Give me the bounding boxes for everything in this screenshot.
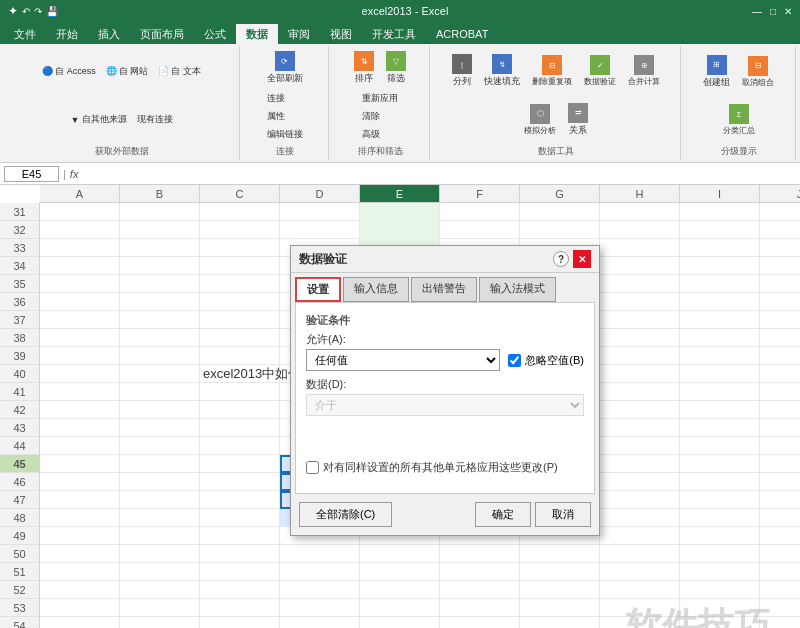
tab-review[interactable]: 审阅 (278, 24, 320, 44)
ribbon-group-outline: ⊞ 创建组 ⊟ 取消组合 Σ 分类汇总 分级显示 (683, 46, 796, 160)
ribbon-group-sort: ⇅ 排序 ▽ 筛选 重新应用 清除 高级 排序和筛选 (331, 46, 431, 160)
connect-label: 连接 (276, 143, 294, 158)
remove-dup-icon: ⊟ (542, 55, 562, 75)
btn-merge-calc[interactable]: ⊕ 合并计算 (623, 52, 665, 90)
btn-connect[interactable]: 连接 (263, 90, 307, 107)
excel-logo-icon: ✦ (8, 4, 18, 18)
btn-relation[interactable]: ⇌ 关系 (563, 100, 593, 140)
data-tools-label: 数据工具 (538, 143, 574, 158)
ok-btn[interactable]: 确定 (475, 502, 531, 527)
btn-remove-dup[interactable]: ⊟ 删除重复项 (527, 52, 577, 90)
simulate-icon: ⬡ (530, 104, 550, 124)
create-group-icon: ⊞ (707, 55, 727, 75)
btn-edit-links[interactable]: 编辑链接 (263, 126, 307, 143)
relation-icon: ⇌ (568, 103, 588, 123)
btn-split[interactable]: | 分列 (447, 51, 477, 91)
title-bar-left: ✦ ↶ ↷ 💾 (8, 4, 58, 18)
btn-from-access[interactable]: 🔵自 Access (38, 63, 100, 80)
quick-access-save[interactable]: 💾 (46, 6, 58, 17)
sort-buttons: ⇅ 排序 ▽ 筛选 重新应用 清除 高级 (337, 48, 424, 143)
btn-from-web[interactable]: 🌐自 网站 (102, 63, 153, 80)
btn-from-other[interactable]: ▼自其他来源 (67, 111, 131, 128)
btn-existing-conn[interactable]: 现有连接 (133, 111, 177, 128)
allow-select[interactable]: 任何值 (306, 349, 500, 371)
btn-create-group[interactable]: ⊞ 创建组 (698, 52, 735, 92)
tab-acrobat[interactable]: ACROBAT (426, 24, 498, 44)
tab-layout[interactable]: 页面布局 (130, 24, 194, 44)
tab-developer[interactable]: 开发工具 (362, 24, 426, 44)
dialog-data-row: 数据(D): 介于 (306, 377, 584, 416)
external-data-buttons: 🔵自 Access 🌐自 网站 📄自 文本 ▼自其他来源 现有连接 (10, 48, 233, 143)
tab-formula[interactable]: 公式 (194, 24, 236, 44)
external-data-label: 获取外部数据 (95, 143, 149, 158)
tab-start[interactable]: 开始 (46, 24, 88, 44)
cell-reference-input[interactable]: E45 (4, 166, 59, 182)
cancel-btn[interactable]: 取消 (535, 502, 591, 527)
btn-props[interactable]: 属性 (263, 108, 307, 125)
tab-view[interactable]: 视图 (320, 24, 362, 44)
validate-icon: ✓ (590, 55, 610, 75)
btn-reapply[interactable]: 重新应用 (358, 90, 402, 107)
btn-sort[interactable]: ⇅ 排序 (349, 48, 379, 88)
window-controls[interactable]: — □ ✕ (752, 6, 792, 17)
maximize-btn[interactable]: □ (770, 6, 776, 17)
refresh-all-icon: ⟳ (275, 51, 295, 71)
dialog-overlay: 数据验证 ? ✕ 设置 输入信息 出错警告 输入法模式 验证条件 允许(A): (0, 185, 800, 628)
btn-subtotal[interactable]: Σ 分类汇总 (718, 101, 760, 139)
dialog-spacer (306, 422, 584, 452)
dialog-tabs: 设置 输入信息 出错警告 输入法模式 (291, 273, 599, 302)
ribbon-group-data-tools: | 分列 ↯ 快速填充 ⊟ 删除重复项 ✓ 数据验证 ⊕ 合并计算 ⬡ 模拟分析 (432, 46, 681, 160)
sort-label: 排序和筛选 (358, 143, 403, 158)
btn-ungroup[interactable]: ⊟ 取消组合 (737, 53, 779, 91)
ribbon-content: 🔵自 Access 🌐自 网站 📄自 文本 ▼自其他来源 现有连接 获取外部数据… (0, 44, 800, 163)
ribbon-tabs: 文件 开始 插入 页面布局 公式 数据 审阅 视图 开发工具 ACROBAT (0, 22, 800, 44)
merge-calc-icon: ⊕ (634, 55, 654, 75)
btn-refresh-all[interactable]: ⟳ 全部刷新 (262, 48, 308, 88)
connect-buttons: ⟳ 全部刷新 连接 属性 编辑链接 (248, 48, 322, 143)
filter-icon: ▽ (386, 51, 406, 71)
dialog-tab-error-alert[interactable]: 出错警告 (411, 277, 477, 302)
formula-bar: E45 | fx (0, 163, 800, 185)
dialog-allow-row: 允许(A): 任何值 忽略空值(B) (306, 332, 584, 371)
sort-icon: ⇅ (354, 51, 374, 71)
clear-all-btn[interactable]: 全部清除(C) (299, 502, 392, 527)
quick-access-redo[interactable]: ↷ (34, 6, 42, 17)
data-tool-buttons: | 分列 ↯ 快速填充 ⊟ 删除重复项 ✓ 数据验证 ⊕ 合并计算 ⬡ 模拟分析 (438, 48, 674, 143)
window-title: excel2013 - Excel (58, 5, 752, 17)
outline-buttons: ⊞ 创建组 ⊟ 取消组合 Σ 分类汇总 (689, 48, 789, 143)
tab-file[interactable]: 文件 (4, 24, 46, 44)
close-btn[interactable]: ✕ (784, 6, 792, 17)
ignore-empty-label: 忽略空值(B) (525, 353, 584, 368)
dialog-tab-settings[interactable]: 设置 (295, 277, 341, 302)
btn-clear[interactable]: 清除 (358, 108, 402, 125)
btn-advanced[interactable]: 高级 (358, 126, 402, 143)
quick-access-undo[interactable]: ↶ (22, 6, 30, 17)
allow-label: 允许(A): (306, 332, 584, 347)
dialog-title: 数据验证 (299, 251, 347, 268)
dialog-titlebar: 数据验证 ? ✕ (291, 246, 599, 273)
ignore-empty-checkbox[interactable] (508, 354, 521, 367)
title-bar: ✦ ↶ ↷ 💾 excel2013 - Excel — □ ✕ (0, 0, 800, 22)
dialog-tab-ime-mode[interactable]: 输入法模式 (479, 277, 556, 302)
btn-data-validate[interactable]: ✓ 数据验证 (579, 52, 621, 90)
formula-input[interactable] (82, 168, 796, 180)
main-content: A B C D E F G H I J 31 32 33 34 35 36 37… (0, 185, 800, 628)
minimize-btn[interactable]: — (752, 6, 762, 17)
split-icon: | (452, 54, 472, 74)
btn-quick-fill[interactable]: ↯ 快速填充 (479, 51, 525, 91)
data-validation-dialog: 数据验证 ? ✕ 设置 输入信息 出错警告 输入法模式 验证条件 允许(A): (290, 245, 600, 536)
ribbon-group-external-data: 🔵自 Access 🌐自 网站 📄自 文本 ▼自其他来源 现有连接 获取外部数据 (4, 46, 240, 160)
outline-label: 分级显示 (721, 143, 757, 158)
data-select[interactable]: 介于 (306, 394, 584, 416)
dialog-close-btn[interactable]: ✕ (573, 250, 591, 268)
btn-from-text[interactable]: 📄自 文本 (154, 63, 205, 80)
fx-label: fx (70, 168, 79, 180)
tab-data[interactable]: 数据 (236, 24, 278, 44)
btn-filter[interactable]: ▽ 筛选 (381, 48, 411, 88)
btn-simulate[interactable]: ⬡ 模拟分析 (519, 101, 561, 139)
tab-insert[interactable]: 插入 (88, 24, 130, 44)
apply-all-checkbox[interactable] (306, 461, 319, 474)
dialog-help-btn[interactable]: ? (553, 251, 569, 267)
dialog-tab-input-info[interactable]: 输入信息 (343, 277, 409, 302)
ribbon-group-connect: ⟳ 全部刷新 连接 属性 编辑链接 连接 (242, 46, 329, 160)
